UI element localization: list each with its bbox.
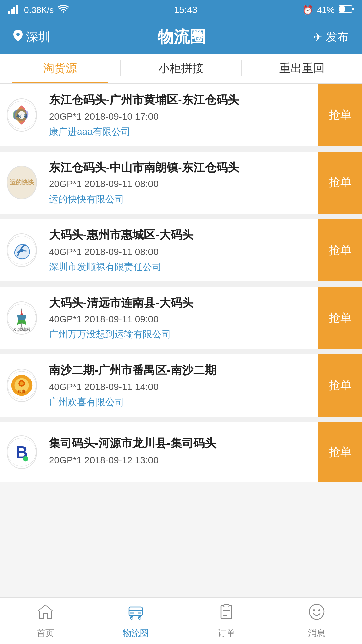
item-content-6: 集司码头-河源市龙川县-集司码头 20GP*1 2018-09-12 13:00	[44, 422, 318, 482]
item-info-6: 20GP*1 2018-09-12 13:00	[49, 455, 313, 466]
svg-rect-3	[16, 5, 18, 14]
location-text: 深圳	[26, 29, 50, 45]
item-content-5: 南沙二期-广州市番禺区-南沙二期 40GP*1 2018-09-11 14:00…	[44, 354, 318, 417]
item-info-5: 40GP*1 2018-09-11 14:00	[49, 382, 313, 392]
item-info-4: 40GP*1 2018-09-11 09:00	[49, 314, 313, 325]
grab-order-button-5[interactable]: 抢单	[318, 354, 362, 417]
item-title-6: 集司码头-河源市龙川县-集司码头	[49, 435, 313, 451]
svg-rect-1	[11, 9, 13, 14]
item-info-3: 40GP*1 2018-09-11 08:00	[49, 247, 313, 257]
list-item: 大码头-惠州市惠城区-大码头 40GP*1 2018-09-11 08:00 深…	[0, 219, 362, 281]
svg-rect-2	[13, 7, 15, 14]
item-title-5: 南沙二期-广州市番禺区-南沙二期	[49, 362, 313, 378]
list-item: 万万没想到 大码头-清远市连南县-大码头 40GP*1 2018-09-11 0…	[0, 287, 362, 349]
page-title: 物流圈	[158, 26, 206, 48]
list-item: B 集司码头-河源市龙川县-集司码头 20GP*1 2018-09-12 13:…	[0, 422, 362, 482]
svg-rect-27	[130, 612, 134, 614]
item-company-2[interactable]: 运的快快有限公司	[49, 193, 313, 206]
item-title-1: 东江仓码头-广州市黄埔区-东江仓码头	[49, 92, 313, 108]
nav-order[interactable]: 订单	[181, 603, 272, 639]
item-info-1: 20GP*1 2018-09-10 17:00	[49, 111, 313, 122]
status-left: 0.38K/s	[8, 4, 69, 16]
company-logo-2: 运的快快	[0, 152, 44, 214]
bus-icon	[127, 603, 144, 625]
svg-point-7	[16, 33, 20, 36]
svg-point-20	[20, 381, 24, 385]
smile-icon	[308, 603, 325, 625]
list-item: 运的快快 东江仓码头-中山市南朗镇-东江仓码头 20GP*1 2018-09-1…	[0, 152, 362, 214]
tab-tao-huoyuan[interactable]: 淘货源	[0, 54, 120, 83]
wifi-icon	[58, 5, 69, 16]
svg-point-40	[318, 609, 320, 611]
home-icon	[37, 603, 54, 625]
item-content-4: 大码头-清远市连南县-大码头 40GP*1 2018-09-11 09:00 广…	[44, 287, 318, 349]
status-time: 15:43	[174, 5, 197, 15]
company-logo-5: 欢喜	[0, 354, 44, 417]
tab-bar: 淘货源 小柜拼接 重出重回	[0, 54, 362, 84]
item-title-2: 东江仓码头-中山市南朗镇-东江仓码头	[49, 160, 313, 176]
bottom-navigation: 首页 物流圈 订单	[0, 597, 362, 644]
signal-icon	[8, 4, 20, 16]
publish-button[interactable]: ✈ 发布	[313, 29, 349, 45]
svg-rect-28	[138, 612, 141, 614]
location-pin-icon	[13, 30, 23, 45]
svg-rect-6	[339, 6, 345, 12]
publish-plane-icon: ✈	[313, 30, 322, 44]
item-company-1[interactable]: 康广进aaa有限公司	[49, 125, 313, 138]
nav-home[interactable]: 首页	[0, 603, 90, 639]
app-header: 深圳 物流圈 ✈ 发布	[0, 20, 362, 54]
svg-text:欢喜: 欢喜	[17, 390, 26, 394]
nav-order-label: 订单	[218, 627, 235, 639]
svg-point-24	[23, 456, 28, 462]
item-title-4: 大码头-清远市连南县-大码头	[49, 295, 313, 311]
nav-message-label: 消息	[308, 627, 325, 639]
cargo-list: 粤广进 东江仓码头-广州市黄埔区-东江仓码头 20GP*1 2018-09-10…	[0, 84, 362, 482]
svg-rect-0	[8, 11, 10, 14]
company-logo-3	[0, 219, 44, 281]
svg-rect-33	[221, 606, 232, 619]
list-item: 欢喜 南沙二期-广州市番禺区-南沙二期 40GP*1 2018-09-11 14…	[0, 354, 362, 417]
alarm-icon: ⏰	[302, 5, 313, 15]
tab-label-2: 重出重回	[279, 61, 325, 76]
tab-label-0: 淘货源	[43, 61, 77, 76]
battery-icon	[339, 5, 354, 15]
grab-order-button-1[interactable]: 抢单	[318, 84, 362, 146]
tab-label-1: 小柜拼接	[158, 61, 204, 76]
svg-text:粤广进: 粤广进	[16, 114, 28, 118]
svg-point-39	[313, 609, 315, 611]
tab-zhong-chu-zhong-hui[interactable]: 重出重回	[242, 54, 362, 83]
svg-point-38	[309, 604, 324, 619]
item-company-4[interactable]: 广州万万没想到运输有限公司	[49, 328, 313, 341]
company-logo-1: 粤广进	[0, 84, 44, 146]
svg-rect-34	[224, 604, 229, 607]
nav-wuliuquan-label: 物流圈	[123, 627, 149, 639]
speed-text: 0.38K/s	[24, 5, 54, 15]
grab-order-button-6[interactable]: 抢单	[318, 422, 362, 482]
list-item: 粤广进 东江仓码头-广州市黄埔区-东江仓码头 20GP*1 2018-09-10…	[0, 84, 362, 146]
grab-order-button-4[interactable]: 抢单	[318, 287, 362, 349]
svg-rect-5	[352, 8, 354, 10]
nav-message[interactable]: 消息	[272, 603, 362, 639]
item-title-3: 大码头-惠州市惠城区-大码头	[49, 227, 313, 243]
grab-order-button-3[interactable]: 抢单	[318, 219, 362, 281]
item-company-5[interactable]: 广州欢喜有限公司	[49, 396, 313, 409]
grab-order-button-2[interactable]: 抢单	[318, 152, 362, 214]
item-content-3: 大码头-惠州市惠城区-大码头 40GP*1 2018-09-11 08:00 深…	[44, 219, 318, 281]
company-logo-6: B	[0, 422, 44, 482]
status-right: ⏰ 41%	[302, 5, 354, 15]
item-info-2: 20GP*1 2018-09-11 08:00	[49, 179, 313, 190]
svg-text:万万没想到: 万万没想到	[13, 327, 30, 331]
svg-point-12	[20, 248, 24, 252]
tab-xiaogui-pinjie[interactable]: 小柜拼接	[121, 54, 241, 83]
svg-rect-25	[129, 607, 142, 616]
publish-text: 发布	[326, 29, 349, 45]
company-logo-4: 万万没想到	[0, 287, 44, 349]
nav-home-label: 首页	[37, 627, 54, 639]
item-content-1: 东江仓码头-广州市黄埔区-东江仓码头 20GP*1 2018-09-10 17:…	[44, 84, 318, 146]
clipboard-icon	[218, 603, 235, 625]
location-section[interactable]: 深圳	[13, 29, 50, 45]
item-company-3[interactable]: 深圳市发顺禄有限责任公司	[49, 261, 313, 273]
item-content-2: 东江仓码头-中山市南朗镇-东江仓码头 20GP*1 2018-09-11 08:…	[44, 152, 318, 214]
battery-text: 41%	[317, 5, 335, 15]
nav-wuliuquan[interactable]: 物流圈	[90, 603, 181, 639]
